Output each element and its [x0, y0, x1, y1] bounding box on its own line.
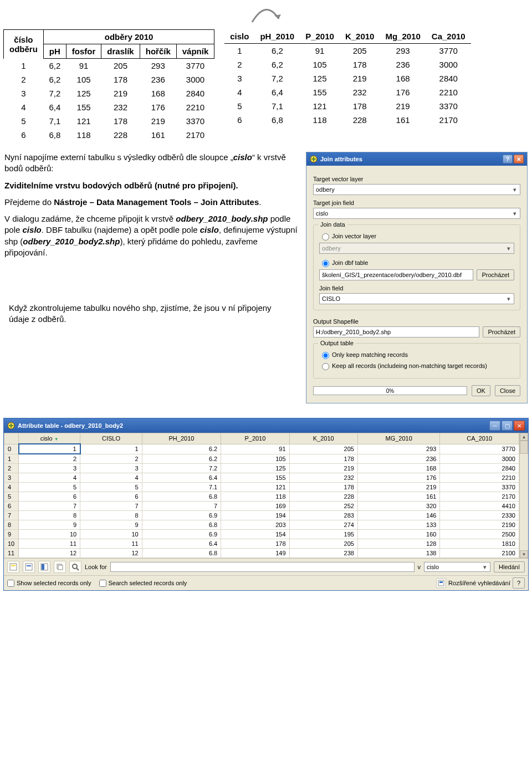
- col-ph2010[interactable]: PH_2010: [142, 433, 221, 444]
- svg-rect-3: [11, 565, 16, 566]
- search-selected-label: Search selected records only: [109, 580, 187, 586]
- col-p2010[interactable]: P_2010: [221, 433, 289, 444]
- browse-dbf-button[interactable]: Procházet: [477, 269, 514, 280]
- label-output-shp: Output Shapefile: [313, 318, 520, 325]
- instructions-text: Nyní napojíme externí tabulku s výsledky…: [4, 152, 299, 337]
- show-selected-label: Show selected records only: [17, 580, 91, 586]
- move-top-icon[interactable]: [23, 561, 35, 573]
- browse-output-button[interactable]: Procházet: [483, 326, 520, 337]
- radio-join-vector[interactable]: [322, 233, 329, 241]
- table-row[interactable]: 910106.91541951602500: [4, 530, 519, 539]
- input-dbf-path[interactable]: školení_GIS/1_prezentace/odbery/odbery_2…: [319, 269, 473, 280]
- chevron-down-icon: ▾: [512, 186, 518, 193]
- maximize-button[interactable]: ▢: [502, 421, 513, 431]
- chevron-down-icon: ▾: [512, 210, 518, 217]
- table-row[interactable]: 2337.21252191682840: [4, 464, 519, 473]
- col-k2010[interactable]: K_2010: [289, 433, 357, 444]
- chevron-down-icon: ▾: [506, 245, 511, 252]
- help-button[interactable]: ?: [503, 155, 513, 163]
- group-join-data: Join data Join vector layer odbery▾ Join…: [313, 224, 520, 310]
- qgis-icon: [7, 422, 15, 429]
- col-ph2010: pH_2010: [254, 29, 300, 44]
- table-row[interactable]: 4557.11211782193370: [4, 483, 519, 492]
- col-cislo-upper[interactable]: CISLO: [80, 433, 142, 444]
- advanced-search-icon[interactable]: [436, 578, 446, 588]
- table2-body: 16,2912052933770 26,21051782363000 37,21…: [224, 44, 470, 127]
- look-for-input[interactable]: [110, 562, 415, 572]
- result-table-2010: cislo pH_2010 P_2010 K_2010 Mg_2010 Ca_2…: [224, 29, 470, 127]
- table-row[interactable]: 1226.21051782363000: [4, 454, 519, 464]
- search-selected-checkbox[interactable]: [99, 580, 106, 587]
- vertical-scrollbar[interactable]: ▲ ▼: [519, 433, 528, 558]
- col-cislo-lower[interactable]: cislo▼: [19, 433, 80, 444]
- radio-only-matching-label: Only keep matching records: [332, 351, 408, 358]
- join-attributes-dialog: Join attributes ? ✕ Target vector layer …: [306, 152, 528, 403]
- ok-button[interactable]: OK: [472, 385, 490, 396]
- help-button[interactable]: ?: [513, 577, 525, 589]
- svg-line-10: [76, 568, 79, 570]
- col-cislo-odberu: číslo odběru: [4, 30, 44, 59]
- dialog-title: Join attributes: [320, 156, 502, 162]
- combo-target-layer[interactable]: odbery▾: [313, 184, 520, 195]
- table-row[interactable]: 1011116.41782051281810: [4, 539, 519, 549]
- advanced-search-label[interactable]: Rozšířené vyhledávání: [448, 580, 510, 586]
- table-row[interactable]: 8996.82032741332190: [4, 520, 519, 530]
- svg-point-9: [73, 564, 77, 569]
- radio-keep-all[interactable]: [322, 363, 329, 370]
- close-icon[interactable]: ✕: [514, 155, 524, 163]
- minimize-button[interactable]: ─: [489, 421, 500, 431]
- table-row[interactable]: 1112126.81492381382100: [4, 549, 519, 558]
- zoom-to-selected-icon[interactable]: [69, 561, 81, 573]
- col-ca2010: Ca_2010: [426, 29, 471, 44]
- scroll-up-icon[interactable]: ▲: [520, 433, 528, 441]
- table-row[interactable]: 67771692523204410: [4, 502, 519, 511]
- radio-only-matching[interactable]: [322, 352, 329, 359]
- radio-keep-all-label: Keep all records (includeing non-matchin…: [332, 362, 487, 369]
- table-row[interactable]: 0116.2912052933770: [4, 444, 519, 454]
- scroll-thumb[interactable]: [520, 441, 528, 454]
- show-selected-checkbox[interactable]: [7, 580, 14, 587]
- table1-body: 16,2912052933770 26,21051782363000 37,21…: [4, 59, 214, 142]
- label-join-field: Join field: [319, 285, 514, 291]
- radio-join-vector-label: Join vector layer: [332, 233, 376, 239]
- source-table-odbery2010: číslo odběru odběry 2010 pH fosfor drasl…: [3, 29, 214, 142]
- look-in-combo[interactable]: cislo▾: [424, 562, 490, 572]
- group-title-output-table: Output table: [318, 340, 356, 346]
- combo-join-vector: odbery▾: [319, 243, 514, 254]
- attr-titlebar[interactable]: Attribute table - odbery_2010_body2 ─ ▢ …: [4, 418, 528, 433]
- window-close-button[interactable]: ✕: [514, 421, 525, 431]
- table-row[interactable]: 3446.41552321762210: [4, 473, 519, 483]
- transform-arrow: [0, 3, 532, 28]
- label-target-layer: Target vector layer: [313, 176, 520, 182]
- scroll-down-icon[interactable]: ▼: [520, 550, 528, 558]
- svg-rect-12: [439, 581, 443, 583]
- table-row[interactable]: 7886.91942831462330: [4, 511, 519, 520]
- svg-rect-6: [42, 564, 44, 570]
- col-cislo: cislo: [224, 29, 254, 44]
- col-horcik: hořčík: [140, 44, 176, 59]
- search-button[interactable]: Hledání: [494, 561, 525, 572]
- in-label: v: [418, 564, 421, 570]
- dialog-titlebar[interactable]: Join attributes ? ✕: [306, 152, 527, 166]
- col-mg2010[interactable]: MG_2010: [357, 433, 439, 444]
- col-p2010: P_2010: [300, 29, 340, 44]
- combo-target-field[interactable]: cislo▾: [313, 208, 520, 219]
- progress-bar: 0%: [313, 386, 467, 395]
- radio-join-dbf[interactable]: [322, 260, 329, 267]
- col-ph: pH: [43, 44, 66, 59]
- unselect-all-icon[interactable]: [7, 561, 19, 573]
- attr-statusbar: Show selected records only Search select…: [4, 575, 528, 590]
- group-header-odbery2010: odběry 2010: [43, 30, 214, 44]
- col-ca2010[interactable]: CA_2010: [440, 433, 519, 444]
- close-button[interactable]: Close: [495, 385, 520, 396]
- attribute-table-window: Attribute table - odbery_2010_body2 ─ ▢ …: [3, 418, 529, 591]
- copy-icon[interactable]: [54, 561, 66, 573]
- group-output-table: Output table Only keep matching records …: [313, 343, 520, 379]
- attribute-grid[interactable]: cislo▼ CISLO PH_2010 P_2010 K_2010 MG_20…: [4, 433, 519, 558]
- input-output-shp[interactable]: H:/odbery_2010_body2.shp: [313, 326, 479, 337]
- svg-rect-4: [25, 564, 32, 570]
- invert-selection-icon[interactable]: [38, 561, 50, 573]
- col-mg2010: Mg_2010: [380, 29, 426, 44]
- table-row[interactable]: 5666.81182281612170: [4, 492, 519, 502]
- combo-join-field[interactable]: CISLO▾: [319, 293, 514, 304]
